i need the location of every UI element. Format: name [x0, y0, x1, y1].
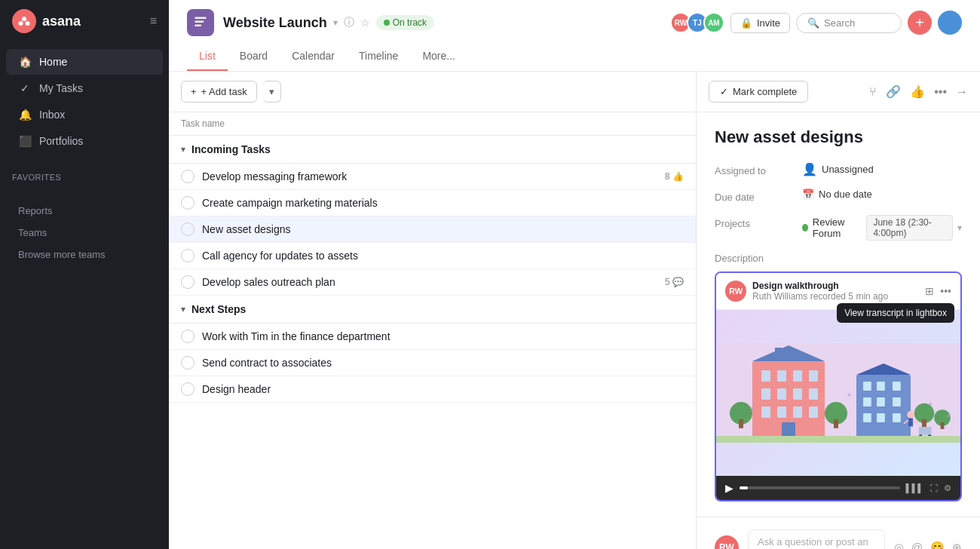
task-check[interactable]: [181, 196, 194, 210]
task-row[interactable]: Work with Tim in the finance department: [169, 324, 696, 350]
video-card-avatar: RW: [725, 281, 746, 302]
settings-icon[interactable]: ⚙: [944, 483, 951, 493]
svg-rect-20: [793, 406, 802, 418]
task-row[interactable]: Call agency for updates to assets: [169, 243, 696, 269]
add-task-button[interactable]: + + Add task: [181, 81, 257, 103]
video-meta: ▌▌▌ ⛶ ⚙: [906, 483, 951, 493]
project-dropdown-icon[interactable]: ▾: [333, 17, 338, 28]
task-row[interactable]: Create campaign marketing materials: [169, 190, 696, 216]
task-check[interactable]: [181, 382, 194, 396]
video-thumbnail: + + + + +: [716, 310, 960, 476]
video-meta-text: Ruth Williams recorded 5 min ago: [752, 291, 888, 302]
project-title-section: Website Launch ▾ ⓘ ☆ On track: [223, 15, 434, 31]
attach-icon[interactable]: ⊕: [952, 541, 962, 549]
user-avatar[interactable]: [938, 11, 962, 35]
task-detail-header: ✓ Mark complete ⑂ 🔗 👍 ••• →: [697, 72, 980, 112]
fullscreen-icon[interactable]: ⛶: [929, 483, 938, 492]
link-icon[interactable]: 🔗: [886, 84, 901, 99]
search-button[interactable]: 🔍 Search: [796, 13, 902, 33]
svg-rect-41: [941, 422, 945, 429]
task-check[interactable]: [181, 330, 194, 343]
sidebar-item-label: Portfolios: [39, 135, 83, 147]
progress-bar[interactable]: [740, 486, 900, 489]
task-row-active[interactable]: New asset designs: [169, 216, 696, 243]
tab-more[interactable]: More...: [410, 42, 467, 71]
nav-items: 🏠 Home ✓ My Tasks 🔔 Inbox ⬛ Portfolios: [0, 42, 169, 161]
favorites-section: Favorites: [0, 161, 169, 185]
section-incoming-header[interactable]: ▾ Incoming Tasks: [169, 136, 696, 164]
hamburger-menu[interactable]: ≡: [150, 14, 157, 28]
video-card-info: Design walkthrough Ruth Williams recorde…: [752, 281, 888, 302]
assigned-label: Assigned to: [715, 162, 790, 176]
project-name-tag: Review Forum: [813, 216, 862, 239]
sidebar-item-my-tasks[interactable]: ✓ My Tasks: [6, 75, 163, 101]
invite-button[interactable]: 🔒 Invite: [730, 13, 790, 33]
task-row[interactable]: Design header: [169, 376, 696, 403]
svg-rect-21: [809, 406, 818, 418]
star-icon[interactable]: ☆: [360, 17, 370, 29]
task-name: Call agency for updates to assets: [202, 250, 684, 262]
more-icon[interactable]: •••: [934, 85, 947, 99]
emoji-icon[interactable]: 😊: [930, 541, 945, 549]
close-panel-icon[interactable]: →: [956, 85, 968, 99]
tab-list[interactable]: List: [187, 42, 228, 71]
sidebar-item-portfolios[interactable]: ⬛ Portfolios: [6, 128, 163, 154]
asana-logo: asana: [12, 9, 81, 33]
branch-icon[interactable]: ⑂: [869, 85, 877, 99]
due-date-value[interactable]: 📅 No due date: [802, 189, 872, 200]
mention-icon[interactable]: @: [911, 541, 923, 549]
tab-timeline[interactable]: Timeline: [347, 42, 410, 71]
avatar-group: RW TJ AM: [670, 12, 724, 33]
sidebar-item-browse-teams[interactable]: Browse more teams: [6, 244, 163, 265]
svg-rect-12: [793, 370, 802, 382]
task-check[interactable]: [181, 170, 194, 183]
screen-icon[interactable]: ⊞: [925, 285, 934, 297]
task-row[interactable]: Develop sales outreach plan 5 💬: [169, 269, 696, 296]
sidebar-item-home[interactable]: 🏠 Home: [6, 49, 163, 75]
svg-rect-22: [782, 422, 795, 438]
task-list-column-header: Task name: [169, 112, 696, 136]
task-detail-content: New asset designs Assigned to 👤 Unassign…: [697, 112, 980, 517]
task-check[interactable]: [181, 222, 194, 236]
due-date-label: Due date: [715, 189, 790, 203]
task-name: Develop sales outreach plan: [202, 276, 659, 288]
task-check[interactable]: [181, 275, 194, 289]
section-title: Next Steps: [191, 303, 246, 315]
svg-text:+: +: [929, 400, 933, 408]
comment-input[interactable]: Ask a question or post an update...: [748, 529, 885, 549]
at-icon[interactable]: ◎: [894, 541, 904, 549]
more-options-icon[interactable]: •••: [940, 285, 951, 297]
svg-rect-4: [195, 21, 204, 23]
task-actions: ⑂ 🔗 👍 ••• →: [869, 84, 968, 99]
svg-text:+: +: [847, 391, 851, 399]
task-check[interactable]: [181, 356, 194, 370]
assigned-value[interactable]: 👤 Unassigned: [802, 162, 874, 176]
play-button[interactable]: ▶: [725, 482, 733, 494]
project-badge[interactable]: Review Forum: [802, 216, 862, 239]
section-next-steps-header[interactable]: ▾ Next Steps: [169, 296, 696, 324]
calendar-icon: 📅: [802, 189, 814, 200]
add-task-dropdown-button[interactable]: ▾: [263, 81, 281, 103]
comment-icons: ◎ @ 😊 ⊕: [894, 541, 962, 549]
task-name: Send contract to associates: [202, 357, 684, 369]
sidebar-item-teams[interactable]: Teams: [6, 222, 163, 243]
description-section: Description RW Design walkthrough Ruth W…: [715, 253, 962, 501]
task-check[interactable]: [181, 249, 194, 262]
tab-board[interactable]: Board: [228, 42, 280, 71]
task-row[interactable]: Send contract to associates: [169, 350, 696, 376]
add-button[interactable]: +: [908, 11, 932, 35]
expand-icon[interactable]: ▾: [957, 222, 962, 233]
svg-rect-31: [863, 413, 871, 422]
tab-calendar[interactable]: Calendar: [280, 42, 347, 71]
thumbs-up-icon[interactable]: 👍: [910, 84, 925, 99]
sidebar-item-inbox[interactable]: 🔔 Inbox: [6, 102, 163, 127]
svg-rect-29: [877, 397, 885, 406]
check-icon: ✓: [18, 81, 32, 95]
mark-complete-button[interactable]: ✓ Mark complete: [709, 81, 808, 103]
task-row[interactable]: Develop messaging framework 8 👍: [169, 164, 696, 190]
info-icon[interactable]: ⓘ: [344, 16, 354, 29]
video-card-user: RW Design walkthrough Ruth Williams reco…: [725, 281, 888, 302]
teams-label: Teams: [18, 227, 47, 238]
sidebar-item-reports[interactable]: Reports: [6, 201, 163, 221]
svg-rect-27: [893, 382, 901, 391]
